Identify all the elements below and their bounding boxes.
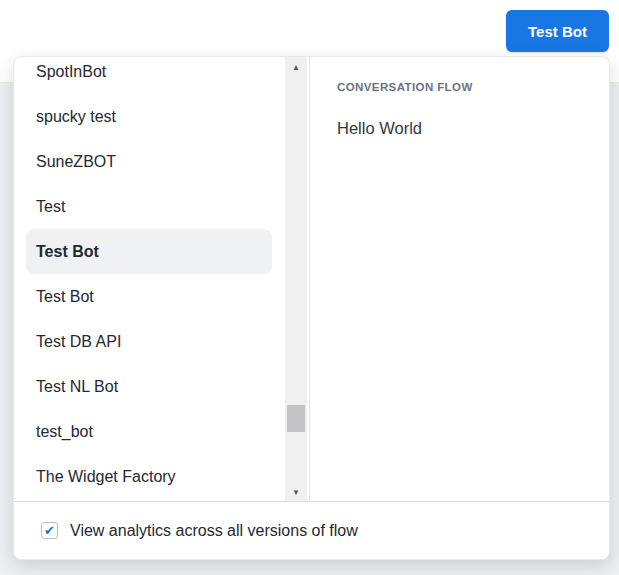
scrollbar[interactable]: ▲ ▼: [285, 57, 307, 501]
scrollbar-thumb[interactable]: [287, 405, 305, 432]
scroll-up-icon[interactable]: ▲: [285, 59, 307, 76]
flow-list: Hello World: [337, 119, 585, 138]
bot-list-item[interactable]: SuneZBOT: [14, 139, 273, 184]
bot-list: SpotInBotspucky testSuneZBOTTestTest Bot…: [14, 57, 309, 499]
test-bot-button[interactable]: Test Bot: [506, 10, 609, 52]
bot-list-item[interactable]: Test Bot: [26, 229, 272, 274]
bot-dropdown-panel: SpotInBotspucky testSuneZBOTTestTest Bot…: [13, 56, 610, 560]
bot-list-item[interactable]: Test: [14, 184, 273, 229]
bot-list-item[interactable]: test_bot: [14, 409, 273, 454]
checkmark-icon: ✔: [44, 524, 55, 537]
conversation-flow-header: CONVERSATION FLOW: [337, 81, 585, 93]
bot-list-section: SpotInBotspucky testSuneZBOTTestTest Bot…: [14, 57, 310, 501]
analytics-checkbox[interactable]: ✔: [41, 522, 58, 539]
bot-list-item[interactable]: Test DB API: [14, 319, 273, 364]
panel-footer: ✔ View analytics across all versions of …: [14, 501, 609, 559]
bot-list-item[interactable]: spucky test: [14, 94, 273, 139]
dropdown-main: SpotInBotspucky testSuneZBOTTestTest Bot…: [14, 57, 609, 501]
flow-item[interactable]: Hello World: [337, 119, 585, 138]
bot-list-item[interactable]: Test Bot: [14, 274, 273, 319]
analytics-checkbox-label[interactable]: View analytics across all versions of fl…: [70, 522, 358, 540]
conversation-flow-section: CONVERSATION FLOW Hello World: [310, 57, 609, 501]
scroll-down-icon[interactable]: ▼: [285, 484, 307, 501]
bot-list-item[interactable]: SpotInBot: [14, 57, 273, 94]
bot-list-item[interactable]: Test NL Bot: [14, 364, 273, 409]
bot-list-item[interactable]: The Widget Factory: [14, 454, 273, 499]
